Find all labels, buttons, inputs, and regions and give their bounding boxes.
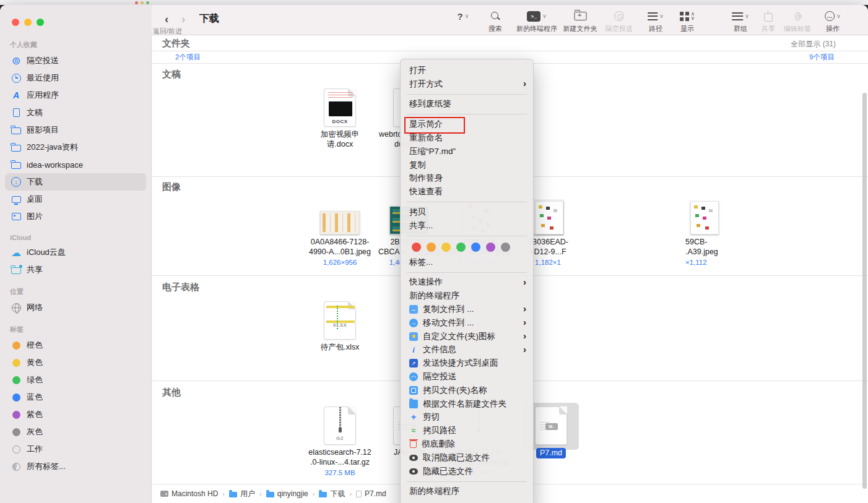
path-button[interactable]: ∨ 路径 bbox=[648, 10, 664, 33]
path-segment-disk[interactable]: Macintosh HD bbox=[160, 489, 218, 498]
search-button[interactable]: 搜索 bbox=[488, 10, 502, 33]
menu-separator bbox=[407, 481, 527, 482]
menu-item-quick-actions[interactable]: 快速操作 bbox=[401, 276, 533, 290]
sidebar-item-recents[interactable]: 最近使用 bbox=[5, 69, 146, 87]
sidebar-item-icloud-drive[interactable]: ☁iCloud云盘 bbox=[5, 244, 146, 261]
red-tag-dot[interactable] bbox=[412, 243, 421, 252]
file-item-targz[interactable]: GZ elasticsearch-7.12.0-linux-...4.tar.g… bbox=[305, 405, 375, 476]
tag-icon bbox=[792, 11, 802, 21]
sidebar-item-applications[interactable]: A应用程序 bbox=[5, 87, 146, 104]
sidebar-item-liying-project[interactable]: 丽影项目 bbox=[5, 121, 146, 139]
sidebar-item-tag-yellow[interactable]: 黄色 bbox=[5, 354, 146, 371]
sidebar-item-pictures[interactable]: 图片 bbox=[5, 208, 146, 225]
menu-item-open[interactable]: 打开 bbox=[401, 64, 533, 77]
sidebar-item-2022-java[interactable]: 2022-java资料 bbox=[5, 139, 146, 156]
sidebar-item-tag-gray[interactable]: 灰色 bbox=[5, 423, 146, 441]
clock-icon bbox=[12, 74, 21, 83]
path-segment-file[interactable]: P7.md bbox=[356, 489, 386, 498]
sidebar-section-tags: 标签 bbox=[10, 325, 151, 334]
menu-item-copy-path[interactable]: 拷贝路径 bbox=[401, 424, 533, 437]
group-button[interactable]: ∨ 群组 bbox=[732, 10, 749, 33]
zoom-button[interactable] bbox=[37, 19, 44, 26]
menu-item-custom-folder-icon[interactable]: 自定义文件(夹)图标 bbox=[401, 330, 533, 343]
sidebar-item-airdrop[interactable]: ⊚隔空投送 bbox=[5, 52, 146, 69]
group-header-documents: 文稿 bbox=[162, 69, 181, 80]
new-terminal-button[interactable]: >_∨ 新的终端程序 bbox=[516, 10, 557, 33]
sidebar-item-desktop[interactable]: 桌面 bbox=[5, 191, 146, 208]
path-segment-downloads[interactable]: 下载 bbox=[319, 489, 345, 499]
path-segment-user[interactable]: qinyingjie bbox=[266, 489, 308, 498]
purple-tag-dot[interactable] bbox=[486, 243, 495, 252]
menu-item-move-to-trash[interactable]: 移到废纸篓 bbox=[401, 98, 533, 111]
green-tag-dot[interactable] bbox=[456, 243, 466, 252]
all-tags-icon bbox=[12, 463, 20, 471]
file-item-jpeg-partial[interactable] bbox=[528, 197, 602, 234]
menu-item-airdrop[interactable]: 隔空投送 bbox=[401, 370, 533, 384]
gray-tag-dot[interactable] bbox=[501, 243, 510, 252]
actions-button[interactable]: …∨ 操作 bbox=[825, 10, 841, 33]
file-item-jpeg[interactable]: 0A0A8466-7128-4990-A...0B1.jpeg 1,626×95… bbox=[305, 197, 375, 266]
show-all-link[interactable]: 全部显示 (31) bbox=[791, 39, 836, 49]
menu-item-make-alias[interactable]: 制作替身 bbox=[401, 172, 533, 186]
menu-item-delete-permanently[interactable]: 彻底删除 bbox=[401, 437, 533, 451]
path-icon bbox=[409, 426, 418, 435]
sidebar-item-shared[interactable]: 共享 bbox=[5, 261, 146, 278]
sidebar-section-favorites: 个人收藏 bbox=[10, 40, 151, 49]
group-header-spreadsheets: 电子表格 bbox=[162, 282, 199, 293]
menu-item-share[interactable]: 共享... bbox=[401, 219, 533, 233]
menu-item-new-terminal-bottom[interactable]: 新的终端程序 bbox=[401, 485, 533, 499]
shortcut-arrow-icon bbox=[409, 359, 418, 368]
md-file-icon: M↓ bbox=[535, 406, 567, 445]
folder-icon bbox=[11, 127, 21, 134]
menu-item-hide-selected[interactable]: 隐藏已选文件 bbox=[401, 465, 533, 478]
menu-item-unhide-selected[interactable]: 取消隐藏已选文件 bbox=[401, 451, 533, 465]
sidebar-item-network[interactable]: 网络 bbox=[5, 299, 146, 316]
sidebar-item-all-tags[interactable]: 所有标签... bbox=[5, 458, 146, 475]
menu-item-new-folder-from-filename[interactable]: 根据文件名新建文件夹 bbox=[401, 397, 533, 411]
sidebar-item-tag-work[interactable]: 工作 bbox=[5, 441, 146, 458]
menu-item-move-file-to[interactable]: 移动文件到 ... bbox=[401, 316, 533, 330]
path-separator-icon: › bbox=[349, 490, 352, 497]
menu-item-new-terminal[interactable]: 新的终端程序 bbox=[401, 289, 533, 303]
background-zoom-icon bbox=[146, 1, 149, 4]
menu-item-open-with[interactable]: 打开方式 bbox=[401, 77, 533, 91]
vertical-scrollbar[interactable] bbox=[862, 93, 867, 489]
menu-item-copy-file-name[interactable]: 拷贝文件(夹)名称 bbox=[401, 384, 533, 397]
file-item-docx[interactable]: DOCX 加密视频申请.docx bbox=[305, 87, 375, 149]
hard-disk-icon bbox=[160, 491, 168, 497]
sidebar-item-tag-orange[interactable]: 橙色 bbox=[5, 337, 146, 354]
yellow-tag-dot[interactable] bbox=[441, 243, 451, 252]
orange-tag-dot[interactable] bbox=[427, 243, 436, 252]
menu-separator bbox=[407, 272, 527, 273]
menu-item-copy-file-to[interactable]: 复制文件到 ... bbox=[401, 303, 533, 316]
sidebar-item-tag-purple[interactable]: 紫色 bbox=[5, 406, 146, 423]
back-button[interactable]: ‹ bbox=[165, 12, 168, 26]
airdrop-icon bbox=[614, 11, 624, 21]
sidebar-item-documents[interactable]: 文稿 bbox=[5, 104, 146, 121]
view-button[interactable]: ∧∨ 显示 bbox=[680, 10, 695, 33]
menu-item-cut[interactable]: 剪切 bbox=[401, 411, 533, 424]
file-item-jpeg-partial[interactable]: 59CB-.A39.jpeg ×1,112 bbox=[679, 197, 747, 266]
close-button[interactable] bbox=[12, 19, 19, 26]
menu-item-copy[interactable]: 拷贝 bbox=[401, 205, 533, 219]
file-size: 327.5 MB bbox=[305, 469, 375, 476]
minimize-button[interactable] bbox=[24, 19, 32, 26]
menu-item-compress[interactable]: 压缩“P7.md” bbox=[401, 145, 533, 158]
forward-button[interactable]: › bbox=[181, 12, 185, 26]
sidebar-item-tag-blue[interactable]: 蓝色 bbox=[5, 389, 146, 406]
menu-item-tags[interactable]: 标签... bbox=[401, 256, 533, 269]
file-item-xlsx[interactable]: XLSX 待产包.xlsx bbox=[305, 300, 375, 353]
blue-tag-dot[interactable] bbox=[471, 243, 480, 252]
menu-item-duplicate[interactable]: 复制 bbox=[401, 158, 533, 172]
new-folder-button[interactable]: 新建文件夹 bbox=[563, 10, 597, 33]
help-button[interactable]: ?∨ bbox=[458, 10, 469, 22]
path-segment-users[interactable]: 用户 bbox=[229, 489, 255, 499]
custom-icon-icon bbox=[409, 332, 418, 341]
menu-item-file-info[interactable]: 文件信息 bbox=[401, 343, 533, 357]
menu-item-quick-look[interactable]: 快速查看 bbox=[401, 185, 533, 199]
sidebar-item-downloads[interactable]: 下载 bbox=[5, 173, 146, 191]
new-folder-icon bbox=[409, 400, 418, 408]
sidebar-item-tag-green[interactable]: 绿色 bbox=[5, 371, 146, 389]
sidebar-item-idea-workspace[interactable]: idea-workspace bbox=[5, 156, 146, 173]
menu-item-send-shortcut-to-desktop[interactable]: 发送快捷方式到桌面 bbox=[401, 356, 533, 370]
